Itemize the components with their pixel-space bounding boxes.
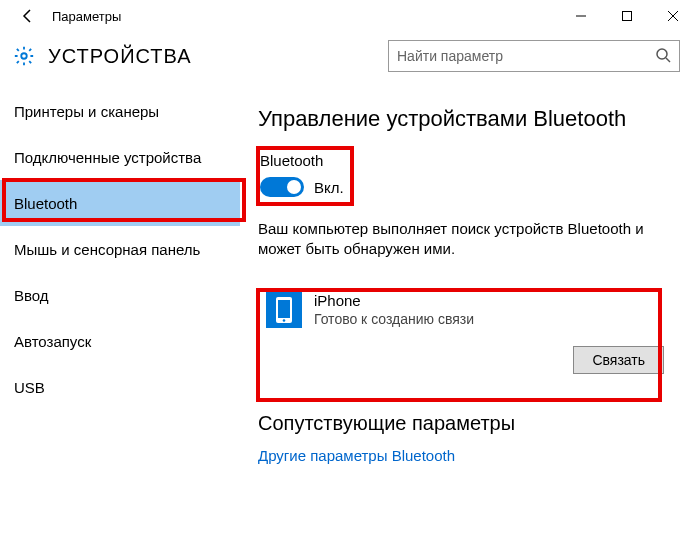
svg-point-4 xyxy=(21,53,27,59)
page-header: УСТРОЙСТВА xyxy=(0,32,696,82)
bluetooth-toggle-block: Bluetooth Вкл. xyxy=(258,150,356,205)
close-button[interactable] xyxy=(650,0,696,32)
content-heading: Управление устройствами Bluetooth xyxy=(258,106,672,132)
sidebar-item-autoplay[interactable]: Автозапуск xyxy=(0,318,240,364)
bluetooth-toggle[interactable] xyxy=(260,177,304,197)
titlebar: Параметры xyxy=(0,0,696,32)
sidebar-item-label: USB xyxy=(14,379,45,396)
device-name: iPhone xyxy=(314,292,664,309)
back-button[interactable] xyxy=(8,0,48,32)
maximize-button[interactable] xyxy=(604,0,650,32)
more-bluetooth-link[interactable]: Другие параметры Bluetooth xyxy=(258,447,672,464)
sidebar-item-mouse[interactable]: Мышь и сенсорная панель xyxy=(0,226,240,272)
sidebar-item-usb[interactable]: USB xyxy=(0,364,240,410)
toggle-state: Вкл. xyxy=(314,179,344,196)
sidebar-item-label: Ввод xyxy=(14,287,49,304)
sidebar-item-label: Принтеры и сканеры xyxy=(14,103,159,120)
minimize-button[interactable] xyxy=(558,0,604,32)
svg-rect-8 xyxy=(278,300,290,318)
sidebar-item-connected[interactable]: Подключенные устройства xyxy=(0,134,240,180)
sidebar-item-label: Автозапуск xyxy=(14,333,91,350)
page-title: УСТРОЙСТВА xyxy=(48,45,192,68)
sidebar-item-printers[interactable]: Принтеры и сканеры xyxy=(0,88,240,134)
sidebar-item-label: Подключенные устройства xyxy=(14,149,201,166)
sidebar-item-input[interactable]: Ввод xyxy=(0,272,240,318)
svg-point-9 xyxy=(283,319,286,322)
toggle-label: Bluetooth xyxy=(260,152,344,169)
search-box[interactable] xyxy=(388,40,680,72)
phone-icon xyxy=(266,292,302,328)
svg-line-6 xyxy=(666,58,670,62)
gear-icon xyxy=(12,44,36,68)
sidebar-item-label: Bluetooth xyxy=(14,195,77,212)
device-list: iPhone Готово к созданию связи Связать xyxy=(258,284,672,384)
sidebar: Принтеры и сканеры Подключенные устройст… xyxy=(0,82,240,544)
svg-rect-1 xyxy=(623,12,632,21)
svg-point-5 xyxy=(657,49,667,59)
device-item[interactable]: iPhone Готово к созданию связи xyxy=(266,292,664,328)
sidebar-item-label: Мышь и сенсорная панель xyxy=(14,241,200,258)
search-icon xyxy=(655,47,671,66)
content-pane: Управление устройствами Bluetooth Blueto… xyxy=(240,82,696,544)
window-title: Параметры xyxy=(48,9,121,24)
pair-button[interactable]: Связать xyxy=(573,346,664,374)
toggle-knob xyxy=(287,180,301,194)
related-heading: Сопутствующие параметры xyxy=(258,412,672,435)
bluetooth-description: Ваш компьютер выполняет поиск устройств … xyxy=(258,219,658,260)
sidebar-item-bluetooth[interactable]: Bluetooth xyxy=(0,180,240,226)
device-status: Готово к созданию связи xyxy=(314,311,664,327)
search-input[interactable] xyxy=(397,48,647,64)
